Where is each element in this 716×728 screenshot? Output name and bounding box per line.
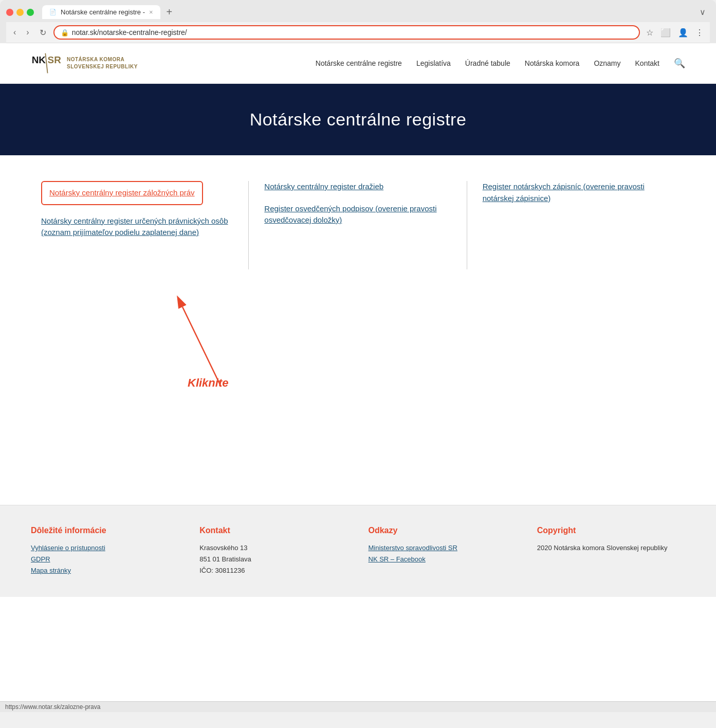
nksr-logo: NK SR (31, 50, 62, 76)
footer-copyright-title: Copyright (537, 526, 685, 535)
footer-ministerstvo-link[interactable]: Ministerstvo spravodlivosti SR (369, 542, 517, 554)
nav-uradne-tabule[interactable]: Úradné tabule (465, 59, 510, 67)
nav-oznamy[interactable]: Oznamy (594, 59, 620, 67)
footer-ico: IČO: 30811236 (199, 565, 347, 576)
profile-button[interactable]: 👤 (676, 26, 690, 40)
register-col-2: Notársky centrálny register dražieb Regi… (249, 181, 467, 269)
logo-text: NOTÁRSKA KOMORA SLOVENSKEJ REPUBLIKY (67, 56, 138, 70)
maximize-window-button[interactable] (27, 9, 34, 16)
register-col-3: Register notárskych zápisníc (overenie p… (467, 181, 685, 269)
logo-area: NK SR NOTÁRSKA KOMORA SLOVENSKEJ REPUBLI… (31, 50, 138, 76)
nav-kontakt[interactable]: Kontakt (635, 59, 659, 67)
footer-mapa-link[interactable]: Mapa stránky (31, 565, 179, 576)
highlighted-link-box: Notársky centrálny register záložných pr… (41, 181, 203, 205)
search-icon[interactable]: 🔍 (674, 58, 685, 69)
footer-odkazy-title: Odkazy (369, 526, 517, 535)
new-tab-button[interactable]: + (163, 6, 176, 18)
register-col-1: Notársky centrálny register záložných pr… (31, 181, 249, 269)
toolbar-actions: ☆ ⬜ 👤 ⋮ (644, 26, 706, 40)
nav-notarske-registre[interactable]: Notárske centrálne registre (316, 59, 402, 67)
svg-line-4 (182, 307, 221, 387)
tab-favicon: 📄 (49, 9, 57, 15)
tab-label: Notárske centrálne registre - (61, 8, 145, 16)
main-navigation: Notárske centrálne registre Legislatíva … (316, 58, 685, 69)
site-header: NK SR NOTÁRSKA KOMORA SLOVENSKEJ REPUBLI… (0, 43, 716, 84)
registers-grid: Notársky centrálny register záložných pr… (31, 181, 685, 269)
footer-dolezite-informacie: Dôležité informácie Vyhlásenie o prístup… (31, 526, 179, 576)
split-view-button[interactable]: ⬜ (658, 26, 673, 40)
svg-text:SR: SR (48, 54, 62, 65)
address-text: notar.sk/notarske-centralne-registre/ (72, 28, 187, 37)
website-content: NK SR NOTÁRSKA KOMORA SLOVENSKEJ REPUBLI… (0, 43, 716, 701)
browser-toolbar: ‹ › ↻ 🔒 notar.sk/notarske-centralne-regi… (6, 22, 710, 43)
footer-dolezite-title: Dôležité informácie (31, 526, 179, 535)
menu-button[interactable]: ⋮ (693, 26, 706, 40)
browser-tabs: 📄 Notárske centrálne registre - × + ∨ (6, 5, 710, 19)
hero-banner: Notárske centrálne registre (0, 84, 716, 155)
footer-pristupnost-link[interactable]: Vyhlásenie o prístupnosti (31, 542, 179, 554)
kliknite-label: Kliknite (188, 376, 228, 390)
footer-kontakt: Kontakt Krasovského 13 851 01 Bratislava… (199, 526, 347, 576)
footer-facebook-link[interactable]: NK SR – Facebook (369, 554, 517, 565)
register-zaloznych-prav-link[interactable]: Notársky centrálny register záložných pr… (49, 188, 195, 197)
status-bar: https://www.notar.sk/zalozne-prava (0, 701, 716, 712)
register-podpisov-link[interactable]: Register osvedčených podpisov (overenie … (264, 203, 451, 226)
refresh-button[interactable]: ↻ (36, 27, 49, 39)
close-window-button[interactable] (6, 9, 13, 16)
register-drazieb-link[interactable]: Notársky centrálny register dražieb (264, 181, 451, 193)
footer-copyright-text: 2020 Notárska komora Slovenskej republik… (537, 542, 685, 554)
active-tab[interactable]: 📄 Notárske centrálne registre - × (42, 5, 160, 19)
footer-gdpr-link[interactable]: GDPR (31, 554, 179, 565)
browser-chrome: 📄 Notárske centrálne registre - × + ∨ ‹ … (0, 0, 716, 43)
forward-button[interactable]: › (23, 27, 32, 38)
tab-close-button[interactable]: × (149, 8, 153, 16)
register-zapisnic-link[interactable]: Register notárskych zápisníc (overenie p… (483, 181, 670, 204)
site-footer: Dôležité informácie Vyhlásenie o prístup… (0, 505, 716, 597)
footer-address-line2: 851 01 Bratislava (199, 554, 347, 565)
svg-text:NK: NK (32, 54, 46, 65)
footer-address-line1: Krasovského 13 (199, 542, 347, 554)
minimize-window-button[interactable] (16, 9, 24, 16)
main-content: Notársky centrálny register záložných pr… (0, 155, 716, 505)
footer-kontakt-title: Kontakt (199, 526, 347, 535)
bookmark-button[interactable]: ☆ (644, 26, 655, 40)
status-url: https://www.notar.sk/zalozne-prava (5, 703, 100, 711)
lock-icon: 🔒 (61, 29, 69, 37)
traffic-lights (6, 9, 34, 16)
chevron-down-icon[interactable]: ∨ (695, 5, 710, 19)
nav-notarska-komora[interactable]: Notárska komora (525, 59, 580, 67)
footer-copyright: Copyright 2020 Notárska komora Slovenske… (537, 526, 685, 576)
nav-legislativa[interactable]: Legislatíva (416, 59, 451, 67)
footer-grid: Dôležité informácie Vyhlásenie o prístup… (31, 526, 685, 576)
address-bar[interactable]: 🔒 notar.sk/notarske-centralne-registre/ (53, 25, 640, 40)
register-pravnickych-osob-link[interactable]: Notársky centrálny register určených prá… (41, 215, 233, 239)
back-button[interactable]: ‹ (10, 27, 19, 38)
hero-title: Notárske centrálne registre (10, 110, 706, 130)
footer-odkazy: Odkazy Ministerstvo spravodlivosti SR NK… (369, 526, 517, 576)
